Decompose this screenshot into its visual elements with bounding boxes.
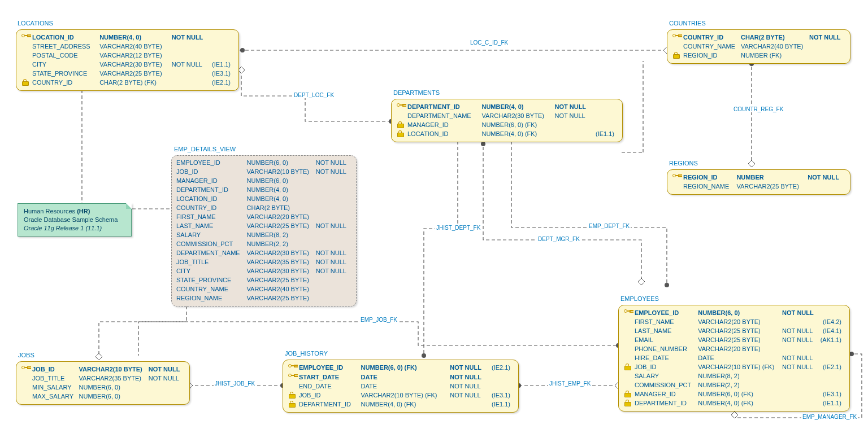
column-type: VARCHAR2(10 BYTE): [79, 364, 149, 374]
column-type: NUMBER(6, 0): [79, 383, 149, 392]
column-null: NOT NULL: [782, 308, 819, 317]
column-null: [808, 182, 845, 191]
columns-employees: EMPLOYEE_IDNUMBER(6, 0)NOT NULLFIRST_NAM…: [623, 308, 845, 408]
column-null: [809, 42, 845, 51]
column-null: [782, 317, 819, 326]
fk-label-jhist-job: JHIST_JOB_FK: [214, 380, 256, 387]
fk-label-jhist-dept: JHIST_DEPT_FK: [435, 225, 481, 231]
column-name: JOB_ID: [299, 391, 361, 400]
column-row: LOCATION_IDNUMBER(4, 0): [176, 194, 351, 203]
column-row: COUNTRY_NAMEVARCHAR2(40 BYTE): [176, 284, 351, 294]
column-null: [149, 383, 185, 392]
entity-job-history[interactable]: EMPLOYEE_IDNUMBER(6, 0) (FK)NOT NULL(IE2…: [283, 360, 519, 413]
entity-emp-details-view[interactable]: EMPLOYEE_IDNUMBER(6, 0)NOT NULLJOB_IDVAR…: [171, 155, 357, 307]
entity-countries[interactable]: COUNTRY_IDCHAR(2 BYTE)NOT NULLCOUNTRY_NA…: [667, 29, 850, 64]
column-type: VARCHAR2(25 BYTE): [698, 335, 782, 344]
column-index: [593, 120, 618, 129]
column-type: NUMBER(6, 0): [79, 392, 149, 401]
column-null: NOT NULL: [782, 353, 819, 362]
column-name: SALARY: [635, 371, 698, 380]
column-type: NUMBER(6, 0) (FK): [361, 362, 450, 372]
column-row: DEPARTMENT_NAMEVARCHAR2(30 BYTE)NOT NULL: [396, 111, 618, 120]
column-name: DEPARTMENT_NAME: [407, 111, 481, 120]
column-type: VARCHAR2(35 BYTE): [79, 374, 149, 383]
entity-employees[interactable]: EMPLOYEE_IDNUMBER(6, 0)NOT NULLFIRST_NAM…: [618, 305, 850, 412]
column-name: STATE_PROVINCE: [32, 69, 99, 78]
column-name: DEPARTMENT_ID: [635, 399, 698, 408]
column-null: NOT NULL: [149, 374, 185, 383]
primary-key-icon: [21, 365, 28, 371]
column-row: END_DATEDATENOT NULL: [288, 382, 514, 391]
fk-label-loc-c-id: LOC_C_ID_FK: [469, 40, 509, 46]
column-index: [819, 353, 845, 362]
column-index: (IE3.1): [489, 391, 514, 400]
column-type: NUMBER(6, 0) (FK): [481, 120, 554, 129]
column-null: [316, 194, 351, 203]
column-row: FIRST_NAMEVARCHAR2(20 BYTE): [176, 212, 351, 221]
column-row: SALARYNUMBER(8, 2): [176, 230, 351, 239]
column-name: LOCATION_ID: [176, 194, 247, 203]
column-null: [316, 230, 351, 239]
column-name: COUNTRY_NAME: [176, 284, 247, 294]
column-null: [316, 284, 351, 294]
column-null: [316, 185, 351, 194]
column-type: VARCHAR2(20 BYTE): [247, 212, 316, 221]
primary-key-icon: [672, 33, 679, 40]
column-null: [316, 275, 351, 284]
column-name: COUNTRY_ID: [683, 32, 741, 42]
column-row: CITYVARCHAR2(30 BYTE)NOT NULL(IE1.1): [21, 60, 234, 69]
column-null: [316, 176, 351, 185]
column-row: LAST_NAMEVARCHAR2(25 BYTE)NOT NULL: [176, 221, 351, 230]
column-name: DEPARTMENT_ID: [407, 102, 481, 111]
column-null: NOT NULL: [809, 32, 845, 42]
entity-jobs[interactable]: JOB_IDVARCHAR2(10 BYTE)NOT NULLJOB_TITLE…: [16, 361, 190, 405]
column-name: COMMISSION_PCT: [176, 239, 247, 248]
foreign-key-icon: [397, 121, 403, 127]
column-name: MIN_SALARY: [32, 383, 79, 392]
column-null: NOT NULL: [808, 172, 845, 182]
svg-point-19: [849, 352, 854, 356]
column-row: COUNTRY_IDCHAR(2 BYTE): [176, 203, 351, 212]
column-name: LAST_NAME: [176, 221, 247, 230]
column-type: VARCHAR2(40 BYTE): [247, 284, 316, 294]
entity-regions[interactable]: REGION_IDNUMBERNOT NULLREGION_NAMEVARCHA…: [667, 169, 850, 195]
column-row: JOB_IDVARCHAR2(10 BYTE) (FK)NOT NULL(IE2…: [623, 362, 845, 371]
fk-label-dept-loc: DEPT_LOC_FK: [293, 92, 335, 98]
column-index: [819, 371, 845, 380]
column-null: NOT NULL: [782, 362, 819, 371]
column-name: FIRST_NAME: [176, 212, 247, 221]
fk-label-jhist-emp: JHIST_EMP_FK: [548, 380, 592, 387]
column-row: MAX_SALARYNUMBER(6, 0): [21, 392, 185, 401]
column-type: VARCHAR2(25 BYTE): [247, 275, 316, 284]
column-null: NOT NULL: [316, 221, 351, 230]
column-name: DEPARTMENT_NAME: [176, 248, 247, 257]
column-null: [782, 399, 819, 408]
foreign-key-icon: [289, 401, 294, 406]
column-name: COUNTRY_NAME: [683, 42, 741, 51]
column-name: REGION_NAME: [176, 294, 247, 303]
column-type: DATE: [361, 372, 450, 382]
column-name: SALARY: [176, 230, 247, 239]
column-name: DEPARTMENT_ID: [299, 400, 361, 409]
column-type: NUMBER(4, 0): [247, 185, 316, 194]
column-name: REGION_NAME: [683, 182, 736, 191]
column-index: (IE2.1): [489, 362, 514, 372]
column-null: NOT NULL: [450, 362, 489, 372]
column-type: VARCHAR2(10 BYTE) (FK): [698, 362, 782, 371]
entity-departments[interactable]: DEPARTMENT_IDNUMBER(4, 0)NOT NULLDEPARTM…: [391, 99, 623, 142]
column-type: VARCHAR2(20 BYTE): [698, 317, 782, 326]
foreign-key-icon: [397, 130, 403, 136]
column-name: FIRST_NAME: [635, 317, 698, 326]
schema-note: Human Resources (HR) Oracle Database Sam…: [18, 203, 132, 237]
columns-job-history: EMPLOYEE_IDNUMBER(6, 0) (FK)NOT NULL(IE2…: [288, 362, 514, 409]
column-null: NOT NULL: [172, 32, 210, 42]
column-null: [554, 129, 593, 138]
column-type: NUMBER(6, 0): [247, 176, 316, 185]
columns-locations: LOCATION_IDNUMBER(4, 0)NOT NULLSTREET_AD…: [21, 32, 234, 87]
column-type: NUMBER (FK): [741, 51, 809, 60]
foreign-key-icon: [624, 400, 630, 405]
entity-locations[interactable]: LOCATION_IDNUMBER(4, 0)NOT NULLSTREET_AD…: [16, 29, 239, 91]
column-name: EMAIL: [635, 335, 698, 344]
entity-title-job-history: JOB_HISTORY: [285, 350, 328, 357]
foreign-key-icon: [624, 364, 630, 369]
